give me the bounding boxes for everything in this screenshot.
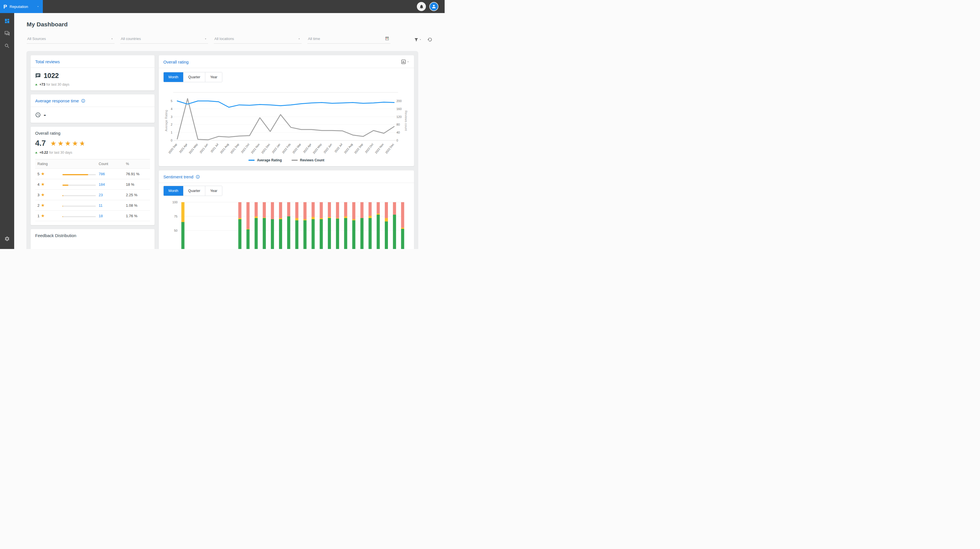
search-icon <box>4 43 10 49</box>
header-rating: Rating <box>37 162 62 166</box>
rating-count-link[interactable]: 184 <box>99 182 126 186</box>
rating-table-header: Rating Count % <box>35 159 150 169</box>
svg-text:2022 Oct: 2022 Oct <box>364 143 374 154</box>
svg-text:5: 5 <box>171 99 172 103</box>
sidebar-item-dashboard[interactable] <box>0 15 14 27</box>
avg-response-time-card: Average response time - <box>30 94 154 123</box>
chat-icon <box>4 30 10 36</box>
chart-legend: Average Rating Reviews Count <box>159 157 414 166</box>
sidebar-item-search[interactable] <box>0 40 14 52</box>
tab-month[interactable]: Month <box>164 186 183 196</box>
svg-text:2022 Jun: 2022 Jun <box>323 143 332 154</box>
funnel-icon <box>414 37 418 42</box>
chevron-down-icon <box>37 5 40 8</box>
legend-swatch-gray <box>291 160 298 161</box>
rating-count-link[interactable]: 11 <box>99 203 126 208</box>
rating-percent: 76.91 % <box>126 172 150 176</box>
sentiment-trend-title: Sentiment trend <box>163 174 193 179</box>
tab-month[interactable]: Month <box>164 72 183 82</box>
delta-value: +73 <box>40 83 45 86</box>
svg-text:3: 3 <box>171 115 172 119</box>
reset-filters-button[interactable] <box>427 37 432 42</box>
star-icon: ★ <box>41 192 45 197</box>
sidebar <box>0 13 14 249</box>
info-icon[interactable] <box>196 175 200 179</box>
tab-year[interactable]: Year <box>205 186 222 196</box>
svg-text:2021 Jul: 2021 Jul <box>210 143 219 153</box>
svg-text:2021 Dec: 2021 Dec <box>261 143 270 154</box>
rating-label: 3★ <box>37 192 62 197</box>
user-avatar[interactable] <box>429 2 438 11</box>
rating-label: 1★ <box>37 213 62 218</box>
total-reviews-count: 1022 <box>44 72 59 80</box>
svg-text:4: 4 <box>171 107 172 111</box>
topbar-actions <box>417 2 445 11</box>
star-icon: ★ <box>51 140 57 147</box>
svg-text:Average Rating: Average Rating <box>164 110 168 132</box>
filter-daterange[interactable]: All time <box>307 35 390 44</box>
overall-rating-summary-card: Overall rating 4.7 ★★★★★★ +0.22 for last… <box>30 127 154 225</box>
bell-icon <box>419 4 424 9</box>
header-percent: % <box>126 162 150 166</box>
calendar-icon <box>385 36 389 41</box>
filter-sources-value: All Sources <box>27 37 46 41</box>
svg-text:2022 Dec: 2022 Dec <box>385 143 395 154</box>
rating-table-row: 5★78676.91 % <box>35 169 150 179</box>
sidebar-item-settings[interactable] <box>0 232 14 245</box>
tab-quarter[interactable]: Quarter <box>183 186 205 196</box>
svg-text:2021 Nov: 2021 Nov <box>250 143 260 154</box>
rating-distribution-table: Rating Count % 5★78676.91 %4★18418 %3★23… <box>35 159 150 221</box>
rating-label: 2★ <box>37 203 62 208</box>
legend-reviews-count: Reviews Count <box>291 158 325 162</box>
filter-countries[interactable]: All countries <box>120 35 208 44</box>
svg-text:120: 120 <box>396 115 401 119</box>
brand-name: Reputation <box>10 5 34 9</box>
info-icon[interactable] <box>81 99 85 103</box>
filter-sources[interactable]: All Sources <box>27 35 115 44</box>
filter-menu-button[interactable] <box>414 37 422 42</box>
total-reviews-title: Total reviews <box>35 59 60 64</box>
delta-suffix: for last 30 days <box>46 83 69 86</box>
svg-text:0: 0 <box>171 138 172 142</box>
chart-type-button[interactable] <box>401 59 409 64</box>
svg-text:160: 160 <box>396 107 401 111</box>
rating-count-link[interactable]: 23 <box>99 193 126 197</box>
svg-text:1: 1 <box>171 131 172 134</box>
svg-text:Reviews count: Reviews count <box>404 111 408 131</box>
rating-percent: 1.76 % <box>126 214 150 218</box>
svg-text:2022 Nov: 2022 Nov <box>374 143 384 154</box>
rating-count-link[interactable]: 18 <box>99 214 126 218</box>
rating-count-link[interactable]: 786 <box>99 172 126 176</box>
chat-bubble-icon <box>35 73 41 78</box>
legend-average-rating: Average Rating <box>248 158 282 162</box>
svg-text:2: 2 <box>171 123 172 126</box>
brand-switcher[interactable]: P Reputation <box>0 0 43 13</box>
notifications-button[interactable] <box>417 2 426 11</box>
rating-bar <box>62 182 99 186</box>
tab-quarter[interactable]: Quarter <box>183 72 205 82</box>
page-title: My Dashboard <box>27 21 445 28</box>
star-icon: ★ <box>41 182 45 187</box>
svg-text:2022 Jan: 2022 Jan <box>271 143 281 154</box>
tab-year[interactable]: Year <box>205 72 222 82</box>
rating-bar <box>62 193 99 197</box>
rating-table-row: 1★181.76 % <box>35 211 150 221</box>
svg-text:2022 Sep: 2022 Sep <box>353 143 364 154</box>
delta-value: +0.22 <box>40 151 48 154</box>
sidebar-item-reviews[interactable] <box>0 27 14 40</box>
overall-rating-delta: +0.22 for last 30 days <box>35 151 150 154</box>
svg-text:75: 75 <box>174 215 178 218</box>
delta-suffix: for last 30 days <box>49 151 72 154</box>
filter-bar: All Sources All countries All locations … <box>27 35 432 44</box>
svg-text:2020 Sep: 2020 Sep <box>168 143 178 154</box>
trend-up-icon <box>35 84 37 85</box>
feedback-distribution-card: Feedback Distribution <box>30 229 154 249</box>
svg-text:40: 40 <box>396 131 400 134</box>
star-icon: ★★ <box>80 140 86 147</box>
rating-percent: 2.25 % <box>126 193 150 197</box>
filter-actions <box>414 37 432 44</box>
rating-chart-tabs: Month Quarter Year <box>163 72 222 82</box>
overall-rating-chart-card: Overall rating Month Quarter Year <box>159 55 414 166</box>
rating-percent: 1.08 % <box>126 203 150 208</box>
filter-locations[interactable]: All locations <box>214 35 302 44</box>
